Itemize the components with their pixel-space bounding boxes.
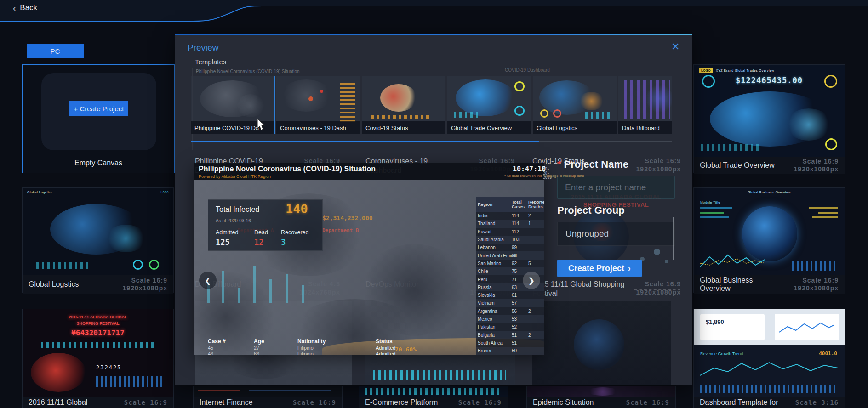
region-row: Thailand1141 xyxy=(476,220,544,227)
card-scale: Scale 16:9 xyxy=(626,399,669,407)
card-title: 2016 11/11 Global xyxy=(29,398,87,407)
template-card-global-business[interactable]: Global Business Overview Module Title Gl… xyxy=(693,187,845,293)
card-scale: Scale 16:9 xyxy=(131,277,168,284)
thumb-logo: LOGO xyxy=(699,68,713,73)
thumbnail-label: Covid-19 Status xyxy=(362,121,445,134)
grid-item-name: 2015 11/11 Global Shopping Festival xyxy=(532,280,627,298)
thumb-led-number: ¥64320171717 xyxy=(23,329,173,337)
required-asterisk: * xyxy=(557,159,561,170)
template-card-dashboard-mobile[interactable]: $1,890 Revenue Growth Trend 4001.0 Dashb… xyxy=(693,309,845,408)
thumb-caption: Revenue Growth Trend xyxy=(700,351,743,356)
region-row: Saudi Arabia103 xyxy=(476,236,544,244)
region-row: Vietnam57 xyxy=(476,299,544,307)
region-row: Lebanon99 xyxy=(476,244,544,251)
dash316-thumbnail: $1,890 Revenue Growth Trend 4001.0 xyxy=(694,309,845,397)
grid-item-shopping-festival[interactable]: 2015 11/11 Global Shopping Festival Scal… xyxy=(532,280,681,300)
ghost-department-b: Department B xyxy=(322,227,359,233)
thumbnail-data-billboard[interactable]: Data Billboard xyxy=(618,76,672,134)
recovered-value: 3 xyxy=(281,238,286,247)
thumbnail-global-logstics[interactable]: Global Logstics xyxy=(533,76,617,134)
card-scale: Scale 16:9 xyxy=(458,399,502,407)
preview-powered-by: Powered by Alibaba Cloud HTK Region xyxy=(199,174,271,179)
region-row: Pakistan52 xyxy=(476,323,544,331)
create-project-button-small[interactable]: + Create Project xyxy=(69,101,128,116)
close-icon[interactable]: ✕ xyxy=(671,42,680,52)
card-scale: Scale 16:9 xyxy=(293,399,336,407)
project-group-heading: Project Group xyxy=(557,204,625,216)
group-list-scrollbar[interactable] xyxy=(673,217,674,260)
ghost-dot xyxy=(654,249,660,255)
templates-scrollbar-thumb[interactable] xyxy=(191,141,539,142)
dead-value: 12 xyxy=(254,238,263,247)
thumbnail-coronaviruses[interactable]: Coronaviruses - 19 Dash xyxy=(276,76,360,134)
region-row: Kuwait112 xyxy=(476,228,544,236)
thumb-header: Global Business Overview xyxy=(694,191,845,194)
admitted-value: 125 xyxy=(216,238,230,247)
region-row: India1142 xyxy=(476,212,544,220)
project-name-heading: *Project Name xyxy=(557,159,628,170)
tab-pc[interactable]: PC xyxy=(27,44,84,58)
template-hover-preview: Philippine Novel Coronavirus (COVID-19) … xyxy=(194,163,544,355)
empty-canvas-card[interactable]: + Create Project Empty Canvas xyxy=(22,64,175,173)
template-card-internet-finance[interactable]: Internet Finance Scale 16:9 xyxy=(193,386,343,408)
modal-title: Preview xyxy=(188,43,219,53)
preview-map-body: $2,314,232,000 Department A Department B… xyxy=(194,180,544,355)
card-scale: Scale 3:16 xyxy=(795,399,839,407)
project-name-input[interactable] xyxy=(557,176,675,199)
preview-clock-time: 10:47:10 xyxy=(513,165,546,173)
create-arrow-icon: › xyxy=(628,264,631,273)
global-logstics-thumbnail: Global Logstics L000 xyxy=(23,188,173,275)
template-card-ecommerce[interactable]: E-Commerce Platform Scale 16:9 xyxy=(359,386,508,408)
case-table-header: Case # Age Nationality Status xyxy=(208,338,458,345)
modal-accent-line xyxy=(175,34,692,35)
card-title: Global Business Overview xyxy=(700,276,778,293)
templates-section-label: Templates xyxy=(195,58,226,66)
carousel-prev-button[interactable]: ❮ xyxy=(199,272,217,289)
preview-disclaimer: * All data shown on this webpage is mock… xyxy=(504,174,584,178)
region-row: San Marino925 xyxy=(476,260,544,267)
card-resolution: 1920x1080px xyxy=(794,165,839,173)
card-scale: Scale 16:9 xyxy=(124,399,167,407)
grid-thumb-shopping-festival[interactable] xyxy=(532,301,671,385)
recovered-label: Recovered xyxy=(281,229,308,236)
thumb-sparkline xyxy=(700,251,765,271)
thumb-amount: $1,890 xyxy=(706,318,724,325)
back-label: Back xyxy=(20,3,37,12)
topbar-tab-shape xyxy=(0,0,868,23)
ghost-amount: $2,314,232,000 xyxy=(322,215,373,221)
templates-scrollbar-track[interactable] xyxy=(191,141,672,142)
grid-item-scale: Scale 16:9 xyxy=(645,280,681,288)
app-window: ‹ Back PC + Create Project Empty Canvas … xyxy=(0,0,868,408)
card-title: Epidemic Situation xyxy=(533,398,594,407)
thumbnail-covid19-status[interactable]: Covid-19 Status xyxy=(362,76,445,134)
thumb-module-label: Module Title xyxy=(700,201,720,204)
template-card-2016-1111[interactable]: 2015.11.11 ALIBABA GLOBAL SHOPPING FESTI… xyxy=(22,309,174,408)
card-title: Internet Finance xyxy=(200,398,253,407)
card-scale: Scale 16:9 xyxy=(803,277,839,284)
template-card-epidemic[interactable]: Epidemic Situation Scale 16:9 xyxy=(526,386,676,408)
region-row: Mexico53 xyxy=(476,315,544,323)
preview-title: Philippine Novel Coronavirus (COVID-19) … xyxy=(199,165,376,173)
thumb-festival-line1: 2015.11.11 ALIBABA GLOBAL xyxy=(23,315,173,319)
thumbnail-label: Data Billboard xyxy=(618,121,672,134)
thumb-header: Global Logstics xyxy=(27,191,52,194)
create-project-button[interactable]: Create Project› xyxy=(557,260,642,277)
carousel-next-button[interactable]: ❯ xyxy=(523,272,540,289)
business-thumbnail: Global Business Overview Module Title xyxy=(694,188,845,275)
project-group-select[interactable]: Ungrouped xyxy=(557,222,675,246)
template-card-global-trade[interactable]: LOGO XYZ Brand Global Trades Overview $1… xyxy=(693,64,845,173)
region-table-header: Region Total Cases Reported Deaths xyxy=(476,197,544,212)
total-infected-value: 140 xyxy=(286,202,308,216)
grid-item-resolution: 1920x1080px xyxy=(636,165,681,173)
region-row: Argentina562 xyxy=(476,307,544,315)
thumb-header: XYZ Brand Global Trades Overview xyxy=(716,69,774,72)
thumb-led-number: $122465435.00 xyxy=(694,76,845,85)
grid-item-scale: Scale 16:9 xyxy=(645,157,681,164)
thumbnail-global-trade[interactable]: Global Trade Overview xyxy=(447,76,531,134)
empty-canvas-label: Empty Canvas xyxy=(23,159,174,167)
back-button[interactable]: ‹ Back xyxy=(13,3,37,12)
thumbnail-label: Coronaviruses - 19 Dash xyxy=(276,121,360,134)
trade-thumbnail: LOGO XYZ Brand Global Trades Overview $1… xyxy=(694,65,845,157)
template-card-global-logstics[interactable]: Global Logstics L000 Global Logstics Sca… xyxy=(22,187,174,293)
region-row: United Arab Emirat98 xyxy=(476,251,544,259)
